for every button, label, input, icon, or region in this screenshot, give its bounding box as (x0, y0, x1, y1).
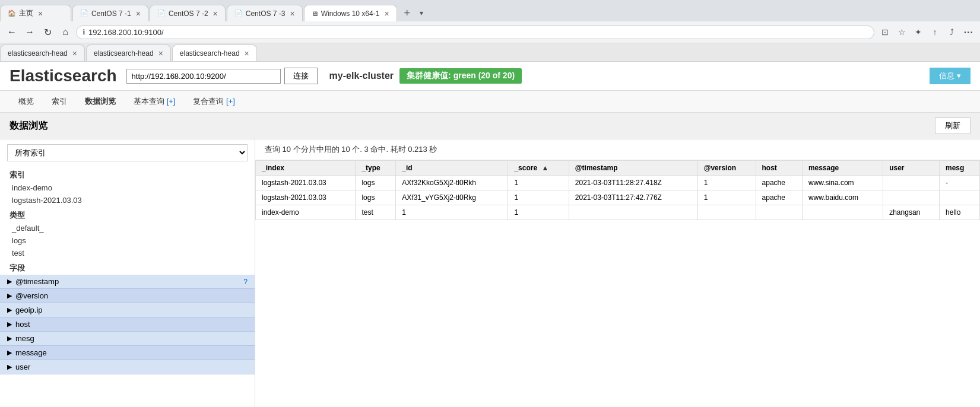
cell-_id: AXf31_vYG5Xj2-tl0Rkg (396, 190, 508, 205)
tab-home[interactable]: 🏠 主页 × (0, 5, 71, 21)
secondary-tab-bar: elasticsearch-head × elasticsearch-head … (0, 43, 980, 61)
field-arrow-geoip: ▶ (7, 306, 12, 314)
cell-mesg (939, 190, 979, 205)
more-button[interactable]: ⋯ (961, 25, 975, 39)
tab-centos3-label: CentOS 7 -3 (246, 9, 286, 18)
col-header-message[interactable]: message (802, 161, 883, 176)
nav-bar: ← → ↻ ⌂ ℹ 192.168.200.10:9100/ ⊡ ☆ ✦ ↑ ⤴… (0, 21, 980, 43)
secondary-tab-2-label: elasticsearch-head (94, 49, 154, 58)
field-name-host: host (15, 320, 248, 329)
secondary-tab-3[interactable]: elasticsearch-head × (172, 44, 257, 61)
tab-centos3-close[interactable]: × (290, 9, 294, 18)
cell-_type: logs (356, 190, 396, 205)
cell-user (883, 176, 940, 190)
field-name-timestamp: @timestamp (15, 277, 241, 286)
tab-centos1[interactable]: 📄 CentOS 7 -1 × (72, 5, 148, 21)
field-name-mesg: mesg (15, 334, 248, 343)
field-item-geoip[interactable]: ▶ geoip.ip (0, 303, 255, 317)
cluster-health-badge: 集群健康值: green (20 of 20) (399, 68, 522, 84)
field-item-user[interactable]: ▶ user (0, 360, 255, 374)
sidebar-item-type-logs[interactable]: logs (0, 234, 255, 247)
index-select-wrap: 所有索引 (0, 139, 255, 166)
tab-centos2-label: CentOS 7 -2 (169, 9, 208, 18)
address-text: 192.168.200.10:9100/ (88, 28, 868, 37)
home-button[interactable]: ⌂ (58, 25, 72, 39)
col-header-score[interactable]: _score ▲ (508, 161, 569, 176)
tab-centos3[interactable]: 📄 CentOS 7 -3 × (227, 5, 303, 21)
section-header-bar: 数据浏览 刷新 (0, 113, 980, 139)
col-header-version[interactable]: @version (697, 161, 756, 176)
field-item-mesg[interactable]: ▶ mesg (0, 332, 255, 346)
reload-button[interactable]: ↻ (40, 25, 55, 39)
field-help-timestamp[interactable]: ? (243, 278, 248, 286)
cell-timestamp: 2021-03-03T11:27:42.776Z (569, 190, 697, 205)
back-button[interactable]: ← (5, 25, 19, 39)
sidebar-item-type-test[interactable]: test (0, 247, 255, 259)
tab-complex-query[interactable]: 复合查询 [+] (184, 91, 243, 112)
profile-button[interactable]: ↑ (928, 25, 942, 39)
field-item-timestamp[interactable]: ▶ @timestamp ? (0, 275, 255, 289)
sidebar-item-index-demo[interactable]: index-demo (0, 182, 255, 194)
fields-label: 字段 (0, 259, 255, 275)
split-view-button[interactable]: ⊡ (878, 25, 892, 39)
field-arrow-timestamp: ▶ (7, 278, 12, 285)
cell-version (697, 205, 756, 220)
refresh-button[interactable]: 刷新 (935, 117, 971, 134)
url-input[interactable] (126, 69, 281, 84)
cluster-name: my-elk-cluster (329, 71, 394, 81)
secondary-tab-2[interactable]: elasticsearch-head × (86, 44, 171, 61)
field-item-host[interactable]: ▶ host (0, 317, 255, 332)
table-row: index-demotest11zhangsanhello (256, 205, 980, 220)
tab-centos2[interactable]: 📄 CentOS 7 -2 × (150, 5, 226, 21)
cell-timestamp: 2021-03-03T11:28:27.418Z (569, 176, 697, 190)
cell-host (756, 205, 802, 220)
secondary-tab-1[interactable]: elasticsearch-head × (0, 44, 85, 61)
tab-windows10-label: Windows 10 x64-1 (321, 9, 380, 18)
field-arrow-mesg: ▶ (7, 335, 12, 342)
secondary-tab-1-close[interactable]: × (72, 49, 77, 58)
col-header-timestamp[interactable]: @timestamp (569, 161, 697, 176)
tab-home-close[interactable]: × (38, 9, 43, 18)
index-select[interactable]: 所有索引 (7, 144, 248, 161)
connect-button[interactable]: 连接 (284, 68, 318, 84)
address-bar[interactable]: ℹ 192.168.200.10:9100/ (76, 26, 874, 39)
cell-mesg: hello (939, 205, 979, 220)
tab-overview[interactable]: 概览 (9, 91, 43, 112)
info-label: 信息 (939, 71, 954, 80)
col-header-index[interactable]: _index (256, 161, 356, 176)
secondary-tab-3-label: elasticsearch-head (180, 49, 240, 58)
forward-button[interactable]: → (23, 25, 37, 39)
windows-icon: 🖥 (312, 10, 318, 17)
tab-windows10[interactable]: 🖥 Windows 10 x64-1 × (304, 5, 397, 21)
nav-actions: ⊡ ☆ ✦ ↑ ⤴ ⋯ (878, 25, 975, 39)
tab-centos2-close[interactable]: × (213, 9, 218, 18)
indices-label: 索引 (0, 166, 255, 182)
tab-browser[interactable]: 数据浏览 (76, 91, 125, 112)
tab-dropdown-button[interactable]: ▾ (416, 5, 427, 21)
home-icon: 🏠 (8, 9, 16, 17)
col-header-type[interactable]: _type (356, 161, 396, 176)
field-item-version[interactable]: ▶ @version (0, 289, 255, 303)
sidebar-item-logstash[interactable]: logstash-2021.03.03 (0, 194, 255, 206)
share-button[interactable]: ⤴ (944, 25, 959, 39)
col-header-mesg[interactable]: mesg (939, 161, 979, 176)
info-button[interactable]: 信息 ▾ (930, 68, 971, 84)
cell-host: apache (756, 176, 802, 190)
tab-basic-query[interactable]: 基本查询 [+] (125, 91, 184, 112)
cell-_score: 1 (508, 205, 569, 220)
centos3-icon: 📄 (234, 9, 243, 17)
tab-indices[interactable]: 索引 (43, 91, 76, 112)
tab-windows10-close[interactable]: × (384, 9, 389, 18)
field-arrow-message: ▶ (7, 349, 12, 357)
settings-button[interactable]: ✦ (911, 25, 925, 39)
new-tab-button[interactable]: + (398, 5, 417, 21)
bookmark-button[interactable]: ☆ (895, 25, 909, 39)
field-item-message[interactable]: ▶ message (0, 346, 255, 360)
col-header-user[interactable]: user (883, 161, 940, 176)
col-header-id[interactable]: _id (396, 161, 508, 176)
secondary-tab-3-close[interactable]: × (245, 49, 249, 58)
col-header-host[interactable]: host (756, 161, 802, 176)
secondary-tab-2-close[interactable]: × (158, 49, 163, 58)
sidebar-item-type-default[interactable]: _default_ (0, 222, 255, 234)
tab-centos1-close[interactable]: × (136, 9, 141, 18)
